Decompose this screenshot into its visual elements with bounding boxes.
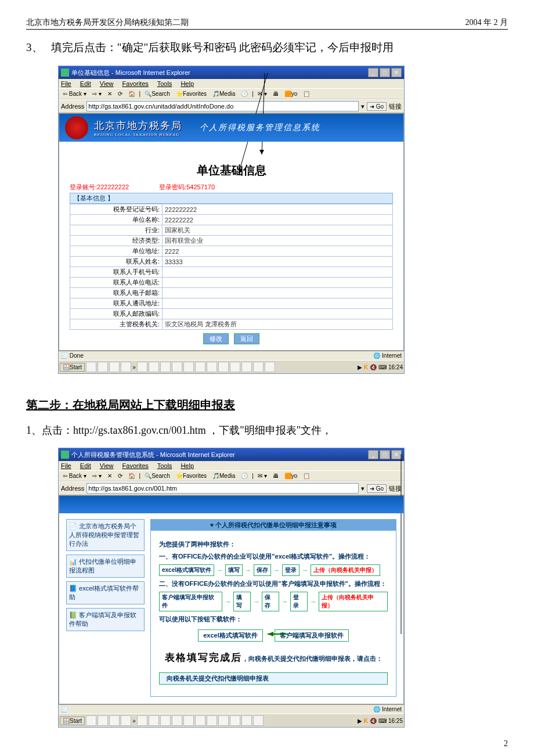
menu-file[interactable]: File — [61, 80, 71, 87]
stop-button[interactable]: ✕ — [106, 472, 114, 480]
menu-view[interactable]: View — [100, 80, 114, 87]
submit-report-button[interactable]: 向税务机关提交代扣代缴明细申报表 — [159, 672, 388, 685]
menu-tools[interactable]: Tools — [157, 462, 172, 469]
search-button[interactable]: 🔍Search — [143, 90, 172, 98]
favorites-button[interactable]: ⭐Favorites — [174, 472, 208, 480]
history-button[interactable]: 🕓 — [239, 90, 250, 98]
home-button[interactable]: 🏠 — [127, 90, 137, 98]
taskbar-app[interactable] — [207, 715, 217, 726]
media-button[interactable]: 🎵Media — [211, 90, 237, 98]
favorites-button[interactable]: ⭐Favorites — [174, 90, 208, 98]
menu-help[interactable]: Help — [181, 462, 194, 469]
taskbar-icon[interactable] — [86, 715, 96, 726]
taskbar-app[interactable] — [230, 715, 240, 726]
nav-card[interactable]: 📗 客户端填写及申报软件帮助 — [66, 608, 145, 631]
mail-button[interactable]: ✉ ▾ — [256, 472, 269, 480]
taskbar-app[interactable] — [160, 362, 171, 372]
minimize-button[interactable]: _ — [368, 68, 378, 77]
taskbar-app[interactable] — [183, 715, 194, 726]
mail-button[interactable]: ✉ ▾ — [256, 90, 269, 98]
taskbar-icon[interactable] — [109, 362, 120, 372]
url-input[interactable] — [86, 483, 359, 494]
url-dropdown[interactable]: ▾ — [361, 103, 365, 110]
menu-tools[interactable]: Tools — [157, 80, 172, 87]
status-text: 🧾 — [61, 706, 68, 712]
search-button[interactable]: 🔍Search — [143, 472, 172, 480]
print-button[interactable]: 🖶 — [271, 472, 280, 480]
taskbar-app[interactable] — [265, 362, 275, 372]
go-button[interactable]: ➜ Go — [367, 484, 387, 493]
start-button[interactable]: 🪟Start — [60, 717, 85, 725]
flow-step: 客户端填写及申报软件 — [159, 592, 222, 611]
taskbar-app[interactable] — [253, 362, 264, 372]
taskbar-icon[interactable] — [86, 362, 96, 372]
back-button[interactable]: ⇦ Back ▾ — [61, 472, 88, 480]
taskbar-icon[interactable] — [121, 715, 131, 726]
print-button[interactable]: 🖶 — [271, 90, 280, 98]
taskbar-app[interactable] — [137, 362, 147, 372]
maximize-button[interactable]: □ — [380, 450, 390, 459]
nav-card[interactable]: 📄 北京市地方税务局个人所得税纳税申报管理暂行办法 — [66, 519, 145, 551]
taskbar-app[interactable] — [241, 715, 252, 726]
taskbar-app[interactable] — [230, 362, 240, 372]
taskbar-app[interactable] — [218, 715, 229, 726]
address-bar: Address ▾ ➜ Go 链接 — [59, 481, 404, 495]
taskbar-icon[interactable] — [98, 715, 108, 726]
taskbar-app[interactable] — [195, 362, 205, 372]
taskbar-app[interactable] — [207, 362, 217, 372]
status-text: 🧾 Done — [61, 352, 84, 359]
back-button[interactable]: ⇦ Back ▾ — [61, 90, 88, 98]
menu-view[interactable]: View — [100, 462, 114, 469]
taskbar-icon[interactable] — [109, 715, 120, 726]
close-button[interactable]: ✕ — [391, 68, 402, 77]
flow-step: 登录 — [290, 592, 308, 611]
taskbar-app[interactable] — [172, 715, 182, 726]
table-row: 主管税务机关:崇文区地税局 龙潭税务所 — [70, 319, 393, 330]
taskbar-app[interactable] — [195, 715, 205, 726]
taskbar-icon[interactable] — [121, 362, 131, 372]
links-label[interactable]: 链接 — [389, 102, 402, 111]
taskbar-app[interactable] — [253, 715, 264, 726]
site-banner — [59, 496, 403, 513]
refresh-button[interactable]: ⟳ — [116, 90, 124, 98]
download-client-button[interactable]: 客户端填写及申报软件 — [275, 629, 349, 642]
back-button-page[interactable]: 返回 — [234, 333, 259, 344]
taskbar-app[interactable] — [137, 715, 147, 726]
field-value: 33333 — [163, 257, 393, 267]
modify-button[interactable]: 修改 — [203, 333, 229, 344]
url-input[interactable] — [86, 101, 359, 111]
nav-card[interactable]: 📘 excel格式填写软件帮助 — [66, 581, 145, 604]
forward-button[interactable]: ⇨ ▾ — [91, 90, 103, 98]
menu-favorites[interactable]: Favorites — [122, 80, 149, 87]
menu-file[interactable]: File — [61, 462, 71, 469]
taskbar-icon[interactable] — [98, 362, 108, 372]
menu-help[interactable]: Help — [181, 80, 194, 87]
media-button[interactable]: 🎵Media — [211, 472, 237, 480]
taskbar-app[interactable] — [172, 362, 182, 372]
home-button[interactable]: 🏠 — [127, 472, 137, 480]
menu-edit[interactable]: Edit — [80, 462, 91, 469]
taskbar-app[interactable] — [241, 362, 252, 372]
links-label[interactable]: 链接 — [389, 484, 402, 493]
menu-edit[interactable]: Edit — [80, 80, 91, 87]
menu-favorites[interactable]: Favorites — [122, 462, 149, 469]
go-button[interactable]: ➜ Go — [367, 102, 387, 111]
field-value — [163, 309, 393, 319]
taskbar-app[interactable] — [218, 362, 229, 372]
close-button[interactable]: ✕ — [391, 450, 402, 459]
table-row: 联系人单位电话: — [70, 278, 393, 288]
minimize-button[interactable]: _ — [368, 450, 378, 459]
url-dropdown[interactable]: ▾ — [361, 485, 365, 492]
taskbar-app[interactable] — [149, 362, 159, 372]
nav-card[interactable]: 📊 代扣代缴单位明细申报流程图 — [66, 555, 145, 578]
taskbar-app[interactable] — [149, 715, 159, 726]
forward-button[interactable]: ⇨ ▾ — [91, 472, 103, 480]
taskbar-app[interactable] — [183, 362, 194, 372]
download-excel-button[interactable]: excel格式填写软件 — [198, 629, 263, 642]
taskbar-app[interactable] — [160, 715, 171, 726]
start-button[interactable]: 🪟Start — [60, 363, 85, 372]
maximize-button[interactable]: □ — [380, 68, 390, 77]
history-button[interactable]: 🕓 — [239, 472, 250, 480]
refresh-button[interactable]: ⟳ — [116, 472, 124, 480]
stop-button[interactable]: ✕ — [106, 90, 114, 98]
